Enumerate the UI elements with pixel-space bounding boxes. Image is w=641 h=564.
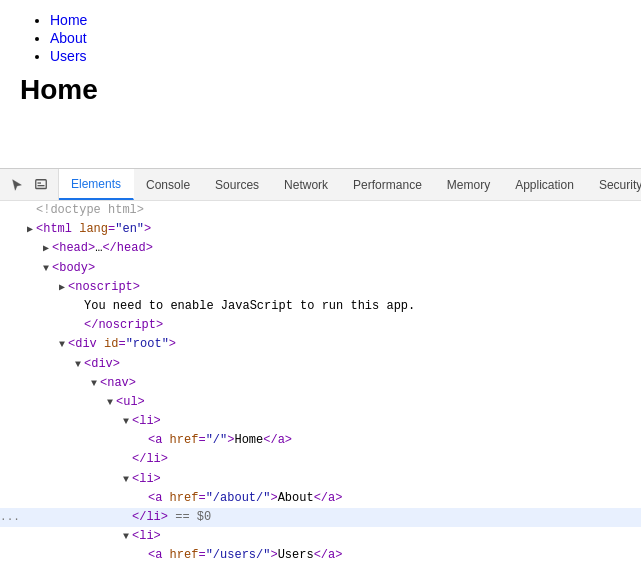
code-content: <a href="/about/">About</a> [20, 489, 342, 508]
code-content: </li> == $0 [20, 508, 211, 527]
code-line: ▼<li> [0, 527, 641, 546]
code-dots [0, 471, 20, 489]
tab-performance[interactable]: Performance [341, 169, 435, 200]
tab-security[interactable]: Security [587, 169, 641, 200]
code-line: ▼<li> [0, 470, 641, 489]
devtools-panel: ElementsConsoleSourcesNetworkPerformance… [0, 168, 641, 564]
code-toggle[interactable]: ▶ [40, 241, 52, 257]
code-dots [0, 413, 20, 431]
nav-link-home[interactable]: Home [50, 12, 87, 28]
code-line: ▼<body> [0, 259, 641, 278]
code-line: ▼<nav> [0, 374, 641, 393]
code-dots [0, 336, 20, 354]
code-line: <a href="/about/">About</a> [0, 489, 641, 508]
code-line: <!doctype html> [0, 201, 641, 220]
code-toggle [72, 318, 84, 334]
code-line: ▼<div> [0, 355, 641, 374]
code-content: <a href="/">Home</a> [20, 431, 292, 450]
code-toggle [120, 452, 132, 468]
code-dots [0, 298, 20, 316]
nav-item-users: Users [50, 48, 621, 64]
code-toggle[interactable]: ▼ [120, 529, 132, 545]
code-content: ▶<html lang="en"> [20, 220, 151, 239]
code-panel[interactable]: <!doctype html> ▶<html lang="en"> ▶<head… [0, 201, 641, 564]
tab-memory[interactable]: Memory [435, 169, 503, 200]
code-dots [0, 356, 20, 374]
code-content: ▶<noscript> [20, 278, 140, 297]
code-content: ▼<li> [20, 527, 161, 546]
code-line: <a href="/users/">Users</a> [0, 546, 641, 564]
code-line: </li> [0, 450, 641, 469]
code-dots [0, 221, 20, 239]
code-dots: ... [0, 509, 20, 527]
code-dots [0, 490, 20, 508]
nav-link-users[interactable]: Users [50, 48, 87, 64]
code-line: You need to enable JavaScript to run thi… [0, 297, 641, 316]
code-dots [0, 240, 20, 258]
devtools-tabs: ElementsConsoleSourcesNetworkPerformance… [59, 169, 641, 200]
code-content: ▼<ul> [20, 393, 145, 412]
code-line: ▶<noscript> [0, 278, 641, 297]
code-content: You need to enable JavaScript to run thi… [20, 297, 415, 316]
nav-list: Home About Users [20, 12, 621, 64]
code-line: ▶<html lang="en"> [0, 220, 641, 239]
nav-link-about[interactable]: About [50, 30, 87, 46]
code-line: ▼<div id="root"> [0, 335, 641, 354]
code-line: ▼<ul> [0, 393, 641, 412]
code-dots [0, 432, 20, 450]
code-toggle[interactable]: ▼ [40, 261, 52, 277]
code-dots [0, 375, 20, 393]
code-line: ... </li> == $0 [0, 508, 641, 527]
code-line: ▼<li> [0, 412, 641, 431]
nav-item-about: About [50, 30, 621, 46]
tab-network[interactable]: Network [272, 169, 341, 200]
cursor-icon[interactable] [8, 176, 26, 194]
code-toggle[interactable]: ▼ [56, 337, 68, 353]
svg-rect-2 [38, 185, 45, 186]
code-toggle[interactable]: ▶ [24, 222, 36, 238]
tab-elements[interactable]: Elements [59, 169, 134, 200]
code-dots [0, 451, 20, 469]
code-dots [0, 317, 20, 335]
code-content: ▼<li> [20, 470, 161, 489]
page-heading: Home [20, 74, 621, 106]
code-content: ▶<head>…</head> [20, 239, 153, 258]
code-toggle [136, 548, 148, 564]
tab-application[interactable]: Application [503, 169, 587, 200]
code-toggle[interactable]: ▼ [104, 395, 116, 411]
code-line: ▶<head>…</head> [0, 239, 641, 258]
code-dots [0, 260, 20, 278]
code-content: ▼<div> [20, 355, 120, 374]
code-toggle[interactable]: ▼ [120, 414, 132, 430]
code-toggle [120, 510, 132, 526]
code-content: ▼<div id="root"> [20, 335, 176, 354]
tab-sources[interactable]: Sources [203, 169, 272, 200]
code-content: <a href="/users/">Users</a> [20, 546, 342, 564]
code-dots [0, 528, 20, 546]
code-line: <a href="/">Home</a> [0, 431, 641, 450]
code-toggle [72, 299, 84, 315]
code-toggle[interactable]: ▶ [56, 280, 68, 296]
nav-item-home: Home [50, 12, 621, 28]
code-toggle [24, 203, 36, 219]
code-toggle [136, 433, 148, 449]
code-toggle[interactable]: ▼ [72, 357, 84, 373]
devtools-icon-group [0, 169, 59, 200]
code-line: </noscript> [0, 316, 641, 335]
code-content: </noscript> [20, 316, 163, 335]
code-content: ▼<nav> [20, 374, 136, 393]
svg-rect-1 [38, 182, 42, 183]
inspector-icon[interactable] [32, 176, 50, 194]
code-toggle[interactable]: ▼ [120, 472, 132, 488]
tab-console[interactable]: Console [134, 169, 203, 200]
code-content: <!doctype html> [20, 201, 144, 220]
code-dots [0, 547, 20, 564]
page-content: Home About Users Home [0, 0, 641, 168]
code-content: </li> [20, 450, 168, 469]
code-content: ▼<li> [20, 412, 161, 431]
code-toggle[interactable]: ▼ [88, 376, 100, 392]
code-content: ▼<body> [20, 259, 95, 278]
code-dots [0, 279, 20, 297]
code-toggle [136, 491, 148, 507]
code-dots [0, 202, 20, 220]
